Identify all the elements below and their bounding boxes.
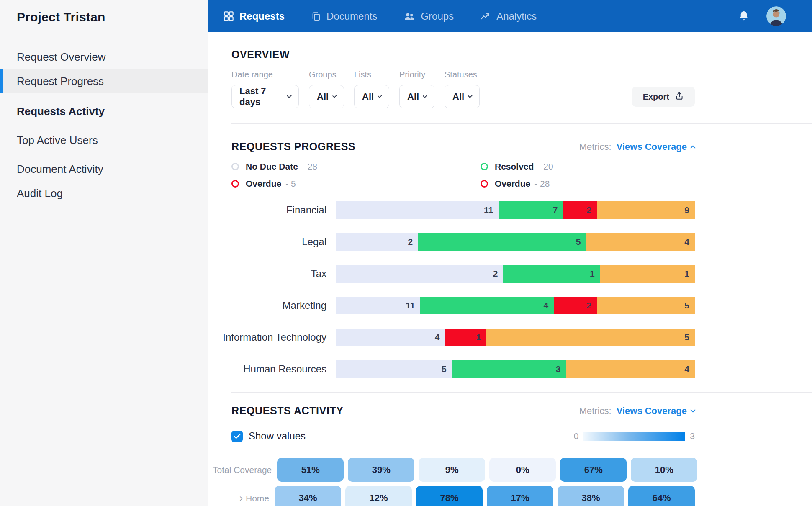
legend-marker bbox=[481, 180, 488, 188]
sidebar-item-requests-activty[interactable]: Requests Activty bbox=[0, 99, 208, 123]
chevron-down-icon bbox=[468, 93, 473, 98]
activity-metrics: Metrics: Views Coverage bbox=[579, 406, 695, 416]
bar-segment-value: 5 bbox=[576, 237, 581, 247]
filter-lists: ListsAll bbox=[354, 70, 389, 108]
groups-dropdown[interactable]: All bbox=[309, 85, 344, 108]
bar-segment-value: 1 bbox=[590, 269, 595, 279]
export-button[interactable]: Export bbox=[632, 87, 695, 107]
sidebar-item-top-active-users[interactable]: Top Active Users bbox=[0, 128, 208, 152]
tab-analytics[interactable]: Analytics bbox=[480, 10, 537, 22]
metrics-label: Metrics: bbox=[579, 406, 612, 416]
progress-bar-chart: Financial11729Legal254Tax211Marketing114… bbox=[231, 201, 812, 378]
sidebar-item-request-progress[interactable]: Request Progress bbox=[0, 69, 208, 93]
dropdown-value: All bbox=[317, 91, 329, 102]
heatmap-cells: 34%12%78%17%38%64% bbox=[275, 486, 695, 506]
nav-right bbox=[738, 6, 786, 26]
heatmap-cell: 17% bbox=[487, 486, 553, 506]
bar-segment-value: 1 bbox=[684, 269, 689, 279]
tab-label: Analytics bbox=[496, 10, 537, 22]
priority-dropdown[interactable]: All bbox=[399, 85, 434, 108]
legend-value: - 20 bbox=[538, 162, 553, 172]
bar-segment-overdue-total: 1 bbox=[600, 265, 695, 283]
metrics-views-coverage-link[interactable]: Views Coverage bbox=[617, 406, 695, 416]
bar-segment-overdue: 2 bbox=[554, 297, 597, 314]
chevron-right-icon: › bbox=[239, 492, 243, 503]
bar-segment-no-due-date: 4 bbox=[336, 329, 445, 346]
requests-activity-title: REQUESTS ACTIVITY bbox=[231, 405, 344, 417]
tab-requests[interactable]: Requests bbox=[223, 10, 285, 22]
bar-segment-no-due-date: 2 bbox=[336, 233, 418, 251]
bell-icon[interactable] bbox=[738, 10, 750, 23]
legend-item-overdue[interactable]: Overdue- 5 bbox=[231, 179, 481, 189]
chevron-down-icon bbox=[378, 93, 382, 98]
bar-segment-resolved: 4 bbox=[420, 297, 554, 314]
dropdown-value: All bbox=[362, 91, 374, 102]
heatmap-cell: 78% bbox=[416, 486, 483, 506]
metrics-label: Metrics: bbox=[579, 141, 612, 152]
heatmap-cell: 38% bbox=[558, 486, 624, 506]
legend-label: No Due Date bbox=[246, 162, 298, 172]
legend-item-resolved[interactable]: Resolved- 20 bbox=[481, 162, 695, 172]
bar-category-label: Information Technology bbox=[213, 331, 326, 343]
heatmap-row-label: Total Coverage bbox=[213, 465, 277, 475]
heatmap-row-label-text: Home bbox=[246, 493, 269, 503]
tab-groups[interactable]: Groups bbox=[403, 10, 454, 22]
bar-segment-no-due-date: 2 bbox=[336, 265, 503, 283]
legend-item-overdue[interactable]: Overdue- 28 bbox=[481, 179, 695, 189]
bar-segment-value: 4 bbox=[544, 301, 549, 311]
heatmap-cell: 67% bbox=[560, 458, 627, 482]
bar-segment-value: 11 bbox=[484, 205, 493, 215]
bar-segment-overdue-total: 4 bbox=[586, 233, 695, 251]
export-upload-icon bbox=[675, 91, 684, 103]
chevron-down-icon bbox=[332, 93, 337, 98]
bar-segment-value: 4 bbox=[435, 332, 440, 342]
bar-track: 254 bbox=[336, 233, 695, 251]
heatmap-row-label-text: Total Coverage bbox=[213, 465, 272, 475]
statuses-dropdown[interactable]: All bbox=[445, 85, 480, 108]
tab-documents[interactable]: Documents bbox=[311, 10, 377, 22]
legend-value: - 28 bbox=[534, 179, 550, 189]
bar-row-legal: Legal254 bbox=[231, 233, 695, 251]
filter-groups: GroupsAll bbox=[309, 70, 344, 108]
chevron-down-icon bbox=[690, 407, 696, 413]
bar-segment-value: 1 bbox=[476, 332, 481, 342]
bar-category-label: Marketing bbox=[213, 300, 326, 311]
filter-date-range: Date rangeLast 7 days bbox=[231, 70, 299, 108]
heatmap-cell: 64% bbox=[628, 486, 695, 506]
bar-segment-no-due-date: 5 bbox=[336, 360, 452, 378]
tab-label: Documents bbox=[326, 10, 377, 22]
show-values-checkbox[interactable] bbox=[231, 431, 243, 442]
legend-item-no-due-date[interactable]: No Due Date- 28 bbox=[231, 162, 481, 172]
date-range-dropdown[interactable]: Last 7 days bbox=[231, 85, 299, 108]
analytics-icon bbox=[480, 11, 491, 22]
legend-label: Overdue bbox=[246, 179, 281, 189]
bar-row-marketing: Marketing11425 bbox=[231, 297, 695, 314]
sidebar-item-request-overview[interactable]: Request Overview bbox=[0, 45, 208, 69]
bar-track: 11425 bbox=[336, 297, 695, 314]
bar-segment-value: 2 bbox=[408, 237, 413, 247]
scale-gradient bbox=[583, 432, 685, 441]
filter-label: Priority bbox=[399, 70, 434, 80]
lists-dropdown[interactable]: All bbox=[354, 85, 389, 108]
show-values-label[interactable]: Show values bbox=[249, 430, 306, 442]
bar-row-human-resources: Human Resources534 bbox=[231, 360, 695, 378]
bar-segment-value: 5 bbox=[684, 332, 689, 342]
heatmap-row-label[interactable]: ›Home bbox=[213, 492, 275, 504]
bar-segment-resolved: 7 bbox=[499, 201, 563, 219]
bar-row-information-technology: Information Technology415 bbox=[231, 329, 695, 346]
metrics-views-coverage-link[interactable]: Views Coverage bbox=[617, 141, 695, 152]
overview-section: OVERVIEW Date rangeLast 7 daysGroupsAllL… bbox=[231, 49, 812, 108]
sidebar-item-document-activity[interactable]: Document Activity bbox=[0, 157, 208, 181]
bar-category-label: Tax bbox=[213, 268, 326, 280]
bar-row-tax: Tax211 bbox=[231, 265, 695, 283]
sidebar-item-audit-log[interactable]: Audit Log bbox=[0, 181, 208, 205]
heatmap-cell: 34% bbox=[275, 486, 341, 506]
legend-label: Resolved bbox=[495, 162, 534, 172]
bar-segment-value: 2 bbox=[586, 205, 591, 215]
dropdown-value: All bbox=[407, 91, 419, 102]
scale-min-label: 0 bbox=[574, 431, 579, 441]
bar-segment-value: 2 bbox=[493, 269, 498, 279]
bar-segment-resolved: 1 bbox=[503, 265, 600, 283]
user-avatar[interactable] bbox=[766, 6, 786, 26]
bar-category-label: Legal bbox=[213, 236, 326, 248]
